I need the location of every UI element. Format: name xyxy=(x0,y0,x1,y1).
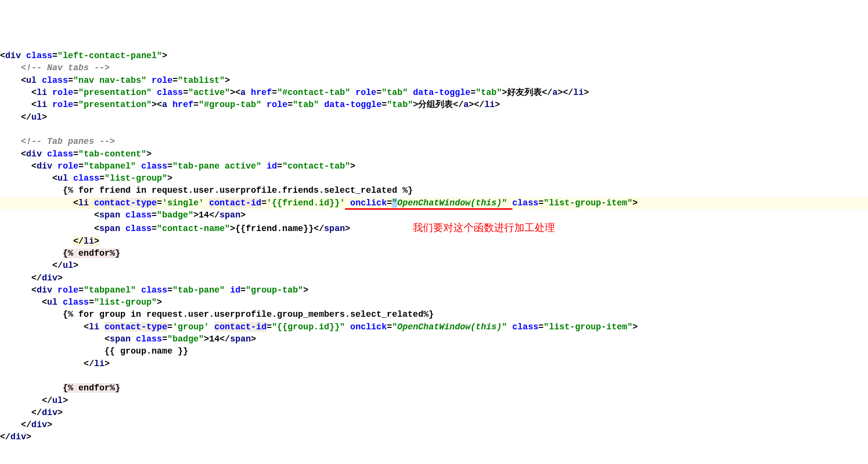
code-line: <div role="tabpanel" class="tab-pane act… xyxy=(0,160,868,172)
code-line: {% endfor%} xyxy=(0,247,868,260)
cursor-position: " xyxy=(392,198,397,208)
annotation-text: 我们要对这个函数进行加工处理 xyxy=(413,222,555,233)
code-line: <div role="tabpanel" class="tab-pane" id… xyxy=(0,284,868,296)
code-line: <ul class="list-group"> xyxy=(0,296,868,309)
code-line: {{ group.name }} xyxy=(0,345,868,357)
code-line: </ul> xyxy=(0,260,868,272)
code-line: <ul class="nav nav-tabs" role="tablist"> xyxy=(0,75,868,87)
code-line: <li role="presentation" class="active"><… xyxy=(0,87,868,99)
red-underline-annotation: onclick="OpenChatWindow(this)" xyxy=(345,198,512,210)
code-line: </ul> xyxy=(0,395,868,407)
code-line: <div class="left-contact-panel"> xyxy=(0,50,868,62)
code-line: <div class="tab-content"> xyxy=(0,148,868,160)
code-line: </li> xyxy=(0,235,868,247)
code-line: </div> xyxy=(0,407,868,419)
code-line: {% endfor%} xyxy=(0,382,868,394)
code-editor-area[interactable]: <div class="left-contact-panel"> <!-- Na… xyxy=(0,50,868,444)
code-line xyxy=(0,370,868,382)
code-line: </div> xyxy=(0,419,868,431)
code-line: </ul> xyxy=(0,111,868,124)
code-line: <span class="badge">14</span> xyxy=(0,333,868,345)
code-line: <!-- Nav tabs --> xyxy=(0,62,868,74)
code-line: <span class="badge">14</span> xyxy=(0,209,868,221)
code-line: </li> xyxy=(0,358,868,370)
code-line: <li contact-type='group' contact-id="{{g… xyxy=(0,321,868,333)
code-line-highlighted: <li contact-type='single' contact-id='{{… xyxy=(0,197,868,209)
code-line: {% for group in request.user.userprofile… xyxy=(0,309,868,321)
code-line: {% for friend in request.user.userprofil… xyxy=(0,185,868,197)
code-line: <span class="contact-name">{{friend.name… xyxy=(0,221,868,235)
code-line: </div> xyxy=(0,431,868,443)
code-line: <li role="presentation"><a href="#group-… xyxy=(0,99,868,111)
code-line xyxy=(0,124,868,136)
code-line: </div> xyxy=(0,272,868,284)
code-line: <ul class="list-group"> xyxy=(0,172,868,185)
code-line: <!-- Tab panes --> xyxy=(0,136,868,148)
